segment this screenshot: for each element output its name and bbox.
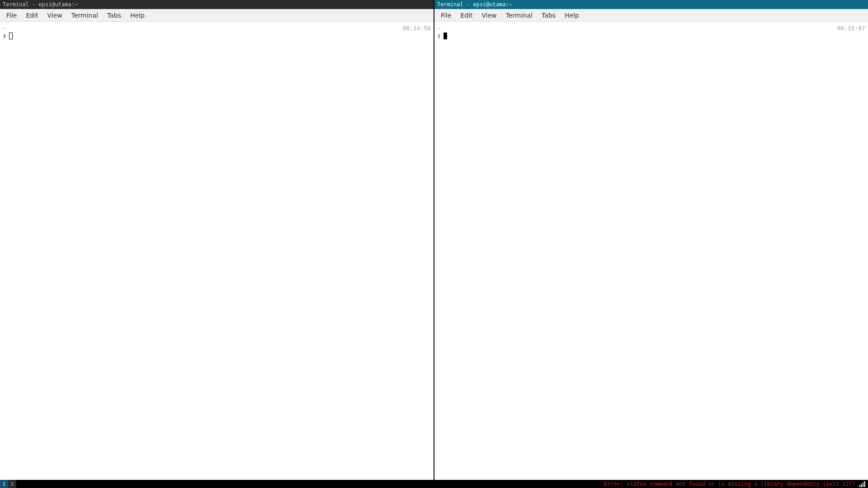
workspace-1[interactable]: 1: [0, 480, 8, 488]
menu-terminal[interactable]: Terminal: [501, 10, 537, 21]
menu-tabs[interactable]: Tabs: [103, 10, 126, 21]
menu-tabs[interactable]: Tabs: [537, 10, 560, 21]
menu-help[interactable]: Help: [126, 10, 149, 21]
menu-edit[interactable]: Edit: [456, 10, 477, 21]
prompt-row-right: ❯: [437, 32, 865, 40]
terminal-window-left[interactable]: Terminal - epsi@utama:~ File Edit View T…: [0, 0, 434, 480]
prompt-chevron-icon: ❯: [437, 32, 441, 40]
menu-view[interactable]: View: [477, 10, 501, 21]
workspace-2[interactable]: 2: [8, 480, 16, 488]
desktop: Terminal - epsi@utama:~ File Edit View T…: [0, 0, 868, 488]
cursor-right: [443, 33, 447, 39]
terminal-body-left[interactable]: 08:14:58 ~ ❯: [0, 22, 434, 480]
tiling-area: Terminal - epsi@utama:~ File Edit View T…: [0, 0, 868, 480]
titlebar-right[interactable]: Terminal - epsi@utama:~: [434, 0, 868, 9]
menu-edit[interactable]: Edit: [21, 10, 42, 21]
menu-help[interactable]: Help: [560, 10, 584, 21]
menu-file[interactable]: File: [2, 10, 21, 21]
network-signal-icon[interactable]: [859, 481, 865, 487]
menu-view[interactable]: View: [43, 10, 67, 21]
terminal-window-right[interactable]: Terminal - epsi@utama:~ File Edit View T…: [434, 0, 868, 480]
menubar-right: File Edit View Terminal Tabs Help: [434, 9, 868, 22]
titlebar-left[interactable]: Terminal - epsi@utama:~: [0, 0, 434, 9]
statusbar: 1 2 Error: status_command not found or i…: [0, 480, 868, 488]
workspace-list: 1 2: [0, 480, 16, 488]
prompt-cwd-left: ~: [3, 24, 431, 32]
menu-file[interactable]: File: [436, 10, 456, 21]
prompt-row-left: ❯: [3, 32, 431, 40]
statusbar-error-text: Error: status_command not found or is mi…: [604, 481, 858, 487]
menu-terminal[interactable]: Terminal: [67, 10, 103, 21]
cursor-left: [9, 33, 13, 39]
prompt-cwd-right: ~: [437, 24, 865, 32]
prompt-chevron-icon: ❯: [3, 32, 6, 40]
terminal-body-right[interactable]: 08:15:07 ~ ❯: [434, 22, 868, 480]
menubar-left: File Edit View Terminal Tabs Help: [0, 9, 434, 22]
